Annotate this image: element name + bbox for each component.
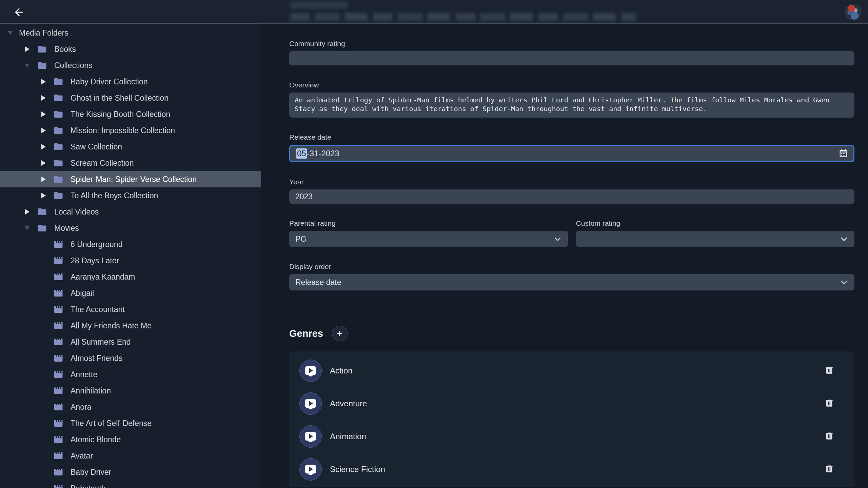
year-field: Year (289, 178, 854, 204)
caret-icon[interactable] (41, 142, 47, 151)
delete-genre-button[interactable] (824, 365, 834, 377)
caret-icon (41, 403, 47, 411)
year-input[interactable] (289, 189, 854, 204)
tree-item-label: Anora (71, 403, 91, 412)
caret-icon (41, 419, 47, 428)
movie-icon (52, 304, 64, 314)
tree-item[interactable]: All Summers End (0, 334, 261, 350)
add-genre-button[interactable]: + (332, 326, 348, 341)
caret-icon[interactable] (41, 159, 47, 167)
movie-icon (52, 467, 64, 477)
tree-item[interactable]: The Accountant (0, 301, 261, 318)
tree-item[interactable]: Baby Driver Collection (0, 74, 261, 90)
tree-item[interactable]: Spider-Man: Spider-Verse Collection (0, 171, 261, 187)
user-avatar[interactable] (845, 4, 861, 20)
caret-icon[interactable] (41, 94, 47, 102)
app-header (0, 0, 868, 24)
tree-item[interactable]: Abigail (0, 285, 261, 301)
display-order-select[interactable]: Release date (289, 274, 854, 290)
parental-rating-value: PG (295, 235, 307, 244)
tree-item-label: 6 Underground (71, 240, 122, 249)
movie-icon (52, 353, 64, 363)
caret-icon[interactable] (41, 77, 47, 86)
caret-icon (41, 289, 47, 298)
tree-item-label: Mission: Impossible Collection (71, 126, 175, 135)
tree-item[interactable]: Books (0, 41, 261, 57)
tree-item[interactable]: Avatar (0, 448, 261, 464)
tree-item[interactable]: Anora (0, 399, 261, 415)
delete-genre-button[interactable] (824, 431, 834, 442)
caret-icon (41, 386, 47, 395)
delete-genre-button[interactable] (824, 398, 834, 409)
tree-item[interactable]: Mission: Impossible Collection (0, 122, 261, 139)
custom-rating-select[interactable] (576, 231, 855, 247)
movie-icon (52, 386, 64, 396)
tree-item-label: The Art of Self-Defense (71, 419, 152, 428)
tree-item[interactable]: Ghost in the Shell Collection (0, 90, 261, 106)
folder-icon (36, 60, 48, 70)
genre-row[interactable]: Action (289, 354, 854, 387)
movie-icon (52, 337, 64, 347)
tree-item[interactable]: Annihilation (0, 383, 261, 399)
display-order-label: Display order (289, 263, 854, 271)
year-label: Year (289, 178, 854, 186)
tree-item-label: Abigail (71, 289, 94, 298)
calendar-icon (839, 148, 848, 158)
delete-genre-button[interactable] (824, 464, 834, 475)
caret-icon (41, 354, 47, 363)
overview-textarea[interactable]: An animated trilogy of Spider-Man films … (289, 93, 854, 118)
caret-icon[interactable] (41, 191, 47, 200)
back-button[interactable] (12, 6, 26, 19)
trash-icon (825, 464, 834, 474)
tree-item[interactable]: Annette (0, 366, 261, 383)
folder-icon (36, 44, 48, 54)
release-date-field: Release date 05-31-2023 (289, 133, 854, 162)
tree-item-label: Baby Driver Collection (71, 77, 148, 86)
community-rating-input[interactable] (289, 51, 854, 65)
folder-icon (52, 93, 64, 103)
chevron-down-icon (841, 235, 847, 241)
folder-icon (52, 190, 64, 201)
genre-row[interactable]: Science Fiction (289, 453, 854, 486)
tree-item[interactable]: Media Folders (0, 25, 261, 41)
tree-item[interactable]: Movies (0, 220, 261, 236)
display-order-field: Display order Release date (289, 263, 854, 290)
tree-item[interactable]: Scream Collection (0, 155, 261, 171)
tree-item[interactable]: Aaranya Kaandam (0, 269, 261, 285)
tree-item[interactable]: The Kissing Booth Collection (0, 106, 261, 122)
caret-icon[interactable] (41, 175, 47, 184)
genre-row[interactable]: Adventure (289, 387, 854, 420)
caret-icon[interactable] (7, 28, 14, 37)
genres-heading: Genres (289, 328, 323, 339)
tree-item[interactable]: The Art of Self-Defense (0, 415, 261, 431)
tree-item-label: Baby Driver (71, 468, 111, 477)
caret-icon[interactable] (24, 207, 31, 216)
parental-rating-select[interactable]: PG (289, 231, 568, 247)
caret-icon (41, 484, 47, 488)
tree-item[interactable]: Babyteeth (0, 480, 261, 488)
tree-item[interactable]: Collections (0, 57, 261, 74)
calendar-picker-button[interactable] (838, 148, 849, 159)
parental-rating-field: Parental rating PG (289, 219, 568, 247)
caret-icon[interactable] (41, 110, 47, 119)
tree-item[interactable]: To All the Boys Collection (0, 187, 261, 204)
release-date-input[interactable]: 05-31-2023 (289, 145, 854, 162)
caret-icon[interactable] (24, 45, 31, 54)
tree-item[interactable]: Almost Friends (0, 350, 261, 366)
tree-item[interactable]: Local Videos (0, 204, 261, 220)
video-play-icon (305, 399, 316, 408)
tree-item[interactable]: Atomic Blonde (0, 431, 261, 448)
date-selected-segment: 05 (296, 148, 307, 159)
tree-item[interactable]: Baby Driver (0, 464, 261, 480)
caret-icon[interactable] (24, 61, 31, 70)
tree-item[interactable]: All My Friends Hate Me (0, 318, 261, 334)
caret-icon[interactable] (41, 126, 47, 135)
genre-label: Animation (330, 432, 366, 441)
tree-item[interactable]: 28 Days Later (0, 252, 261, 269)
tree-item[interactable]: Saw Collection (0, 139, 261, 155)
caret-icon[interactable] (24, 224, 31, 232)
video-play-icon (305, 366, 316, 375)
genre-row[interactable]: Animation (289, 420, 854, 453)
tree-item[interactable]: 6 Underground (0, 236, 261, 252)
tree-item-label: Spider-Man: Spider-Verse Collection (71, 175, 197, 184)
